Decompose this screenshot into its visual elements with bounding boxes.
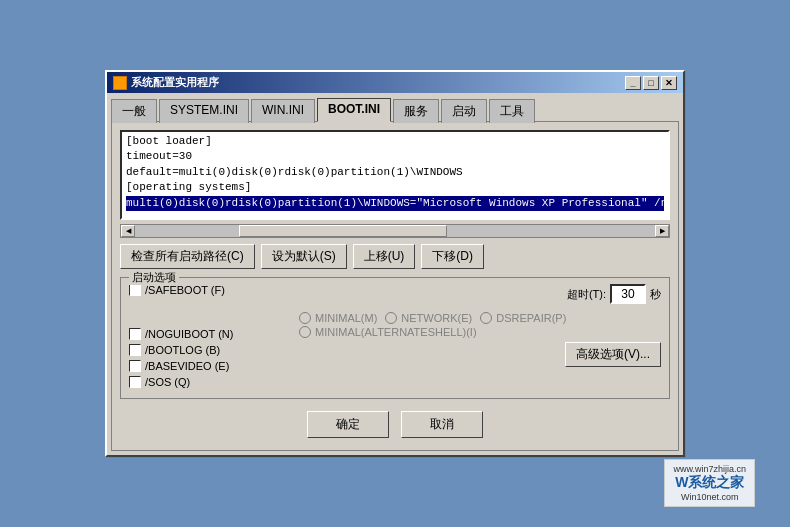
text-line-5: multi(0)disk(0)rdisk(0)partition(1)\WIND… [126, 196, 664, 211]
tab-win-ini[interactable]: WIN.INI [251, 99, 315, 123]
safeboot-checkbox[interactable] [129, 284, 141, 296]
text-line-3: default=multi(0)disk(0)rdisk(0)partition… [126, 165, 664, 180]
advanced-btn-row: 高级选项(V)... [299, 342, 661, 367]
window-icon [113, 76, 127, 90]
checkboxes-column: /SAFEBOOT (F) /NOGUIBOOT (N) /BOOTLOG (B… [129, 284, 299, 392]
bottom-buttons: 确定 取消 [120, 405, 670, 442]
basevideo-row: /BASEVIDEO (E) [129, 360, 299, 372]
move-up-button[interactable]: 上移(U) [353, 244, 416, 269]
set-default-button[interactable]: 设为默认(S) [261, 244, 347, 269]
radio-minimal-alt-label: MINIMAL(ALTERNATESHELL)(I) [315, 326, 477, 338]
radio-minimal-label: MINIMAL(M) [315, 312, 377, 324]
bootlog-label: /BOOTLOG (B) [145, 344, 220, 356]
scroll-track[interactable] [135, 225, 655, 237]
tab-startup[interactable]: 启动 [441, 99, 487, 123]
bootlog-row: /BOOTLOG (B) [129, 344, 299, 356]
text-line-1: [boot loader] [126, 134, 664, 149]
content-area: [boot loader] timeout=30 default=multi(0… [111, 121, 679, 451]
radio-dsrepair-label: DSREPAIR(P) [496, 312, 566, 324]
options-layout: /SAFEBOOT (F) /NOGUIBOOT (N) /BOOTLOG (B… [129, 284, 661, 392]
watermark: www.win7zhijia.cn W系统之家 Win10net.com [664, 459, 755, 507]
right-column: 超时(T): 秒 MINIMAL(M) NETWORK(E) [299, 284, 661, 392]
boot-ini-textbox[interactable]: [boot loader] timeout=30 default=multi(0… [120, 130, 670, 220]
scroll-left-arrow[interactable]: ◀ [121, 225, 135, 237]
scroll-thumb[interactable] [239, 225, 447, 237]
timeout-input[interactable] [610, 284, 646, 304]
safeboot-label: /SAFEBOOT (F) [145, 284, 225, 296]
timeout-row: 超时(T): 秒 [299, 284, 661, 304]
move-down-button[interactable]: 下移(D) [421, 244, 484, 269]
action-buttons: 检查所有启动路径(C) 设为默认(S) 上移(U) 下移(D) [120, 244, 670, 269]
radio-dsrepair[interactable] [480, 312, 492, 324]
radio-row-2: MINIMAL(ALTERNATESHELL)(I) [299, 326, 661, 338]
close-button[interactable]: ✕ [661, 76, 677, 90]
window-title: 系统配置实用程序 [131, 75, 219, 90]
radio-minimal-alt[interactable] [299, 326, 311, 338]
maximize-button[interactable]: □ [643, 76, 659, 90]
tab-general[interactable]: 一般 [111, 99, 157, 123]
radio-row-1: MINIMAL(M) NETWORK(E) DSREPAIR(P) [299, 312, 661, 324]
ok-button[interactable]: 确定 [307, 411, 389, 438]
radio-network[interactable] [385, 312, 397, 324]
noguiboot-label: /NOGUIBOOT (N) [145, 328, 233, 340]
scroll-right-arrow[interactable]: ▶ [655, 225, 669, 237]
radio-network-label: NETWORK(E) [401, 312, 472, 324]
timeout-unit: 秒 [650, 287, 661, 302]
radio-minimal[interactable] [299, 312, 311, 324]
horizontal-scrollbar[interactable]: ◀ ▶ [120, 224, 670, 238]
basevideo-label: /BASEVIDEO (E) [145, 360, 229, 372]
text-line-4: [operating systems] [126, 180, 664, 195]
tab-system-ini[interactable]: SYSTEM.INI [159, 99, 249, 123]
advanced-options-button[interactable]: 高级选项(V)... [565, 342, 661, 367]
bootlog-checkbox[interactable] [129, 344, 141, 356]
basevideo-checkbox[interactable] [129, 360, 141, 372]
radio-group-1: MINIMAL(M) NETWORK(E) DSREPAIR(P) MINIMA… [299, 312, 661, 338]
boot-options-title: 启动选项 [129, 270, 179, 285]
cancel-button[interactable]: 取消 [401, 411, 483, 438]
text-line-2: timeout=30 [126, 149, 664, 164]
timeout-label: 超时(T): [567, 287, 606, 302]
tab-services[interactable]: 服务 [393, 99, 439, 123]
sos-row: /SOS (Q) [129, 376, 299, 388]
noguiboot-row: /NOGUIBOOT (N) [129, 328, 299, 340]
tab-boot-ini[interactable]: BOOT.INI [317, 98, 391, 122]
window-controls: _ □ ✕ [625, 76, 677, 90]
sos-checkbox[interactable] [129, 376, 141, 388]
noguiboot-checkbox[interactable] [129, 328, 141, 340]
safeboot-row: /SAFEBOOT (F) [129, 284, 299, 296]
main-window: 系统配置实用程序 _ □ ✕ 一般 SYSTEM.INI WIN.INI BOO… [105, 70, 685, 457]
check-all-paths-button[interactable]: 检查所有启动路径(C) [120, 244, 255, 269]
title-bar: 系统配置实用程序 _ □ ✕ [107, 72, 683, 93]
minimize-button[interactable]: _ [625, 76, 641, 90]
sos-label: /SOS (Q) [145, 376, 190, 388]
boot-options-section: 启动选项 /SAFEBOOT (F) /NOGUIBOOT (N) [120, 277, 670, 399]
tabs-bar: 一般 SYSTEM.INI WIN.INI BOOT.INI 服务 启动 工具 [107, 93, 683, 121]
tab-tools[interactable]: 工具 [489, 99, 535, 123]
